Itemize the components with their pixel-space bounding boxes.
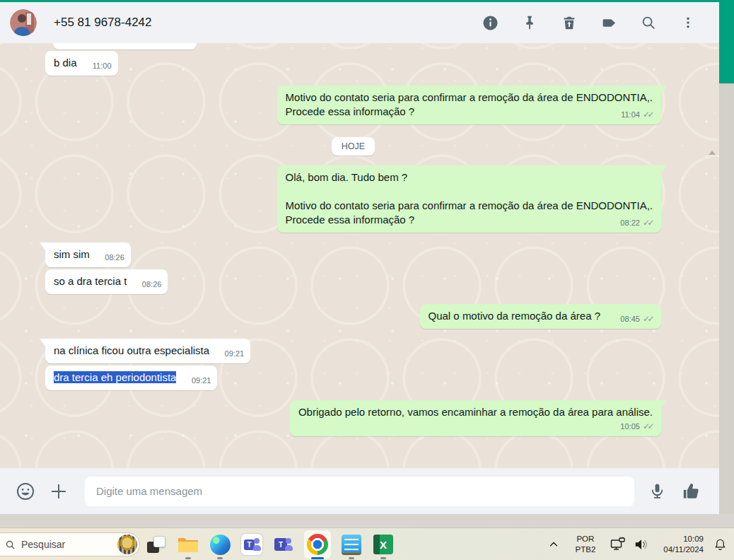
- composer-bar: [0, 468, 719, 514]
- message-text: Motivo do contato seria para confirmar a…: [286, 91, 653, 117]
- message-list: b dia11:00Motivo do contato seria para c…: [0, 43, 719, 468]
- bubble-tail: [40, 243, 45, 250]
- message-row: sim sim08:26: [45, 243, 661, 267]
- message-meta: 09:21: [192, 373, 211, 387]
- chrome-icon[interactable]: [304, 528, 331, 560]
- message-text: dra tercia eh periodontista: [54, 371, 176, 383]
- whatsapp-window: +55 81 9678-4242 b: [0, 0, 734, 560]
- message-bubble-out[interactable]: Obrigado pelo retorno, vamos encaminhar …: [290, 400, 661, 436]
- double-check-icon: ✓✓: [643, 216, 655, 230]
- delete-icon[interactable]: [561, 14, 578, 31]
- taskbar-search[interactable]: Pesquisar: [0, 532, 140, 556]
- bubble-tail: [661, 86, 667, 93]
- speaker-icon[interactable]: [634, 537, 649, 552]
- notepad-icon[interactable]: [340, 528, 363, 560]
- file-explorer-icon[interactable]: [177, 528, 199, 560]
- chat-scroll-arrow-icon[interactable]: [709, 151, 716, 155]
- message-row: Obrigado pelo retorno, vamos encaminhar …: [45, 400, 661, 436]
- message-bubble-in[interactable]: so a dra tercia t08:26: [45, 269, 168, 294]
- double-check-icon: ✓✓: [643, 107, 655, 122]
- message-meta: 08:26: [142, 277, 162, 291]
- message-text: Olá, bom dia. Tudo bem ? Motivo do conta…: [286, 171, 653, 226]
- message-time: 09:21: [192, 373, 211, 387]
- message-row: so a dra tercia t08:26: [45, 269, 661, 294]
- message-bubble-in[interactable]: dra tercia eh periodontista09:21: [45, 366, 217, 390]
- message-meta: 08:22✓✓: [620, 216, 655, 230]
- message-input[interactable]: [85, 477, 634, 506]
- background-window-green: [719, 0, 734, 83]
- clock[interactable]: 10:09 04/11/2024: [663, 534, 704, 555]
- menu-kebab-icon[interactable]: [680, 14, 697, 31]
- double-check-icon: ✓✓: [643, 419, 655, 433]
- message-meta: 11:00: [93, 59, 112, 73]
- partial-message-bubble: [53, 43, 197, 49]
- message-row: na clínica ficou outra especialista09:21: [45, 339, 661, 363]
- teams-dark-icon[interactable]: T: [272, 528, 295, 560]
- search-icon: [5, 539, 16, 550]
- bubble-tail: [40, 339, 45, 346]
- selected-text: dra tercia eh periodontista: [54, 371, 176, 383]
- double-check-icon: ✓✓: [643, 312, 655, 326]
- message-text: Obrigado pelo retorno, vamos encaminhar …: [298, 406, 653, 418]
- message-bubble-out[interactable]: Olá, bom dia. Tudo bem ? Motivo do conta…: [277, 165, 661, 233]
- thumbs-up-icon[interactable]: [682, 482, 701, 501]
- message-text: b dia: [54, 57, 77, 69]
- message-time: 10:05: [620, 419, 640, 433]
- network-display-icon[interactable]: [610, 537, 627, 552]
- background-window-edge: [719, 0, 734, 527]
- message-meta: 09:21: [225, 346, 245, 361]
- bubble-tail: [661, 165, 667, 173]
- search-label: Pesquisar: [21, 539, 117, 550]
- message-bubble-in[interactable]: sim sim08:26: [45, 243, 131, 267]
- message-text: sim sim: [54, 248, 90, 260]
- message-text: Qual o motivo da remoção da área ?: [429, 310, 600, 322]
- message-meta: 08:45✓✓: [620, 312, 655, 326]
- message-text: so a dra tercia t: [54, 275, 127, 287]
- chevron-up-icon[interactable]: [549, 539, 559, 549]
- message-bubble-in[interactable]: b dia11:00: [45, 51, 118, 76]
- search-highlight-image: [117, 535, 137, 554]
- plus-attach-icon[interactable]: [49, 482, 68, 501]
- pin-icon[interactable]: [521, 14, 538, 31]
- teams-light-icon[interactable]: T: [240, 528, 263, 560]
- label-icon[interactable]: [600, 14, 617, 31]
- message-time: 11:00: [93, 59, 112, 73]
- message-time: 09:21: [225, 346, 245, 361]
- chat-header: +55 81 9678-4242: [0, 2, 719, 43]
- message-row: Olá, bom dia. Tudo bem ? Motivo do conta…: [45, 165, 661, 233]
- message-bubble-out[interactable]: Qual o motivo da remoção da área ?08:45✓…: [420, 304, 661, 329]
- bubble-tail: [661, 400, 667, 408]
- chat-panel: b dia11:00Motivo do contato seria para c…: [0, 43, 719, 468]
- windows-taskbar: Pesquisar T T: [0, 527, 734, 560]
- contact-title[interactable]: +55 81 9678-4242: [54, 16, 152, 30]
- message-row: dra tercia eh periodontista09:21: [45, 366, 661, 390]
- clock-time: 10:09: [663, 534, 704, 544]
- task-view-icon[interactable]: [145, 528, 168, 560]
- message-row: b dia11:00: [45, 51, 661, 76]
- message-meta: 08:26: [105, 250, 124, 264]
- message-meta: 11:04✓✓: [621, 107, 655, 122]
- language-indicator[interactable]: POR PTB2: [576, 534, 596, 555]
- message-bubble-out[interactable]: Motivo do contato seria para confirmar a…: [277, 86, 661, 124]
- message-row: Qual o motivo da remoção da área ?08:45✓…: [45, 304, 661, 329]
- mic-icon[interactable]: [648, 482, 666, 500]
- bell-icon[interactable]: [713, 537, 727, 552]
- avatar-photo: [10, 9, 37, 36]
- message-text: na clínica ficou outra especialista: [54, 344, 209, 356]
- message-time: 08:26: [105, 250, 124, 264]
- emoji-icon[interactable]: [16, 482, 35, 501]
- message-bubble-in[interactable]: na clínica ficou outra especialista09:21: [45, 339, 250, 363]
- message-time: 08:22: [620, 216, 640, 230]
- desktop-gap: [0, 514, 734, 527]
- message-time: 08:45: [620, 312, 640, 326]
- edge-icon[interactable]: [209, 528, 231, 560]
- message-meta: 10:05✓✓: [620, 419, 655, 433]
- excel-icon[interactable]: X: [372, 528, 395, 560]
- date-divider: HOJE: [332, 137, 375, 156]
- clock-date: 04/11/2024: [663, 544, 704, 555]
- contact-avatar[interactable]: [10, 9, 37, 36]
- info-icon[interactable]: [482, 14, 499, 31]
- message-time: 08:26: [142, 277, 162, 291]
- search-icon[interactable]: [640, 14, 657, 31]
- message-row: Motivo do contato seria para confirmar a…: [45, 86, 661, 124]
